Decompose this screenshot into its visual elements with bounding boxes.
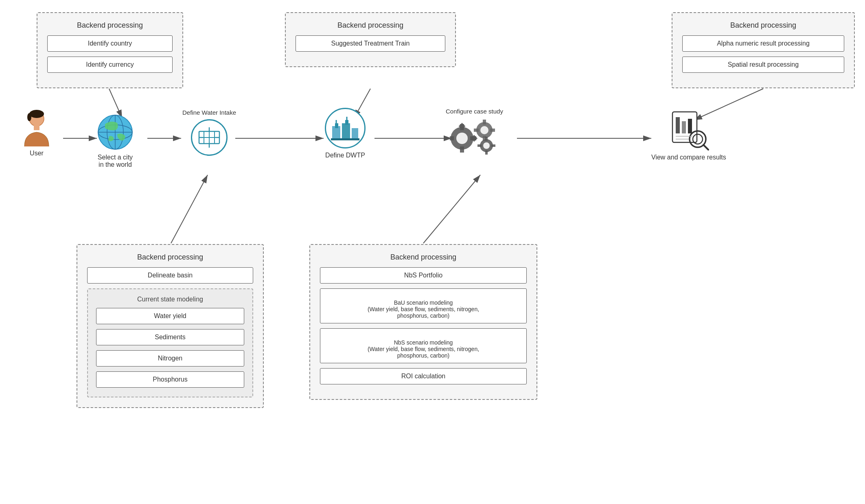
results-icon	[668, 110, 709, 151]
svg-rect-60	[688, 119, 692, 133]
svg-rect-34	[331, 138, 359, 140]
svg-point-38	[456, 133, 468, 144]
backend-bottomright-box: Backend processing NbS Portfolio BaU sce…	[309, 244, 537, 400]
globe-node: Select a cityin the world	[97, 114, 134, 168]
svg-point-12	[29, 110, 44, 118]
svg-line-62	[703, 145, 708, 150]
nitrogen-box: Nitrogen	[96, 350, 244, 367]
backend-topright-title: Backend processing	[682, 21, 844, 30]
svg-point-52	[483, 142, 490, 149]
water-yield-box: Water yield	[96, 308, 244, 324]
backend-bottomright-title: Backend processing	[320, 253, 527, 262]
svg-point-46	[480, 126, 488, 134]
water-intake-symbol	[195, 123, 223, 152]
svg-rect-58	[676, 117, 680, 133]
svg-rect-14	[34, 124, 39, 130]
results-node: View and compare results	[651, 110, 726, 161]
svg-rect-33	[345, 120, 348, 125]
svg-rect-47	[483, 120, 486, 124]
svg-rect-30	[342, 123, 350, 138]
water-intake-icon	[191, 119, 228, 156]
current-state-box: Current state modeling Water yield Sedim…	[87, 288, 253, 397]
delineate-basin-box: Delineate basin	[87, 267, 253, 284]
city-label: Select a cityin the world	[98, 154, 133, 168]
backend-topright-box: Backend processing Alpha numeric result …	[672, 12, 855, 88]
svg-line-9	[171, 175, 208, 243]
nbs-portfolio-box: NbS Portfolio	[320, 267, 527, 284]
backend-bottomleft-title: Backend processing	[87, 253, 253, 262]
svg-rect-41	[450, 136, 454, 140]
configure-node: Configure case study	[446, 108, 503, 155]
diagram-container: Backend processing Identify country Iden…	[0, 0, 865, 504]
configure-label-top: Configure case study	[446, 108, 503, 115]
backend-bottomleft-box: Backend processing Delineate basin Curre…	[77, 244, 264, 408]
backend-topleft-title: Backend processing	[47, 21, 173, 30]
user-node: User	[20, 110, 53, 157]
svg-rect-32	[335, 123, 338, 128]
svg-rect-49	[474, 129, 479, 132]
identify-country-box: Identify country	[47, 35, 173, 52]
results-label: View and compare results	[651, 154, 726, 161]
backend-topcenter-title: Backend processing	[296, 21, 445, 30]
svg-rect-55	[477, 144, 482, 147]
svg-rect-59	[682, 121, 686, 133]
svg-rect-53	[485, 137, 488, 141]
dwtp-icon	[325, 108, 366, 148]
water-intake-node: Define Water Intake	[182, 109, 236, 156]
user-label: User	[30, 150, 44, 157]
bau-scenario-box: BaU scenario modeling (Water yield, base…	[320, 288, 527, 323]
identify-currency-box: Identify currency	[47, 57, 173, 73]
spatial-result-box: Spatial result processing	[682, 57, 844, 73]
svg-rect-31	[352, 128, 358, 138]
svg-rect-40	[460, 146, 464, 153]
current-state-title: Current state modeling	[96, 296, 244, 303]
suggested-treatment-box: Suggested Treatment Train	[296, 35, 445, 52]
backend-topleft-box: Backend processing Identify country Iden…	[37, 12, 183, 88]
svg-rect-50	[490, 129, 495, 132]
backend-topcenter-box: Backend processing Suggested Treatment T…	[285, 12, 456, 67]
gears-icon	[450, 118, 499, 155]
user-icon	[20, 110, 53, 146]
sediments-box: Sediments	[96, 329, 244, 345]
svg-line-10	[423, 175, 480, 243]
svg-rect-54	[485, 151, 488, 155]
svg-rect-56	[491, 144, 495, 147]
dwtp-label: Define DWTP	[325, 152, 365, 159]
alpha-numeric-box: Alpha numeric result processing	[682, 35, 844, 52]
svg-point-13	[27, 113, 31, 121]
nbs-scenario-box: NbS scenario modeling (Water yield, base…	[320, 328, 527, 363]
dwtp-node: Define DWTP	[325, 108, 366, 159]
water-intake-label-top: Define Water Intake	[182, 109, 236, 116]
phosphorus-box: Phosphorus	[96, 371, 244, 388]
dwtp-symbol	[329, 112, 361, 144]
globe-icon	[97, 114, 134, 151]
roi-calculation-box: ROI calculation	[320, 368, 527, 384]
